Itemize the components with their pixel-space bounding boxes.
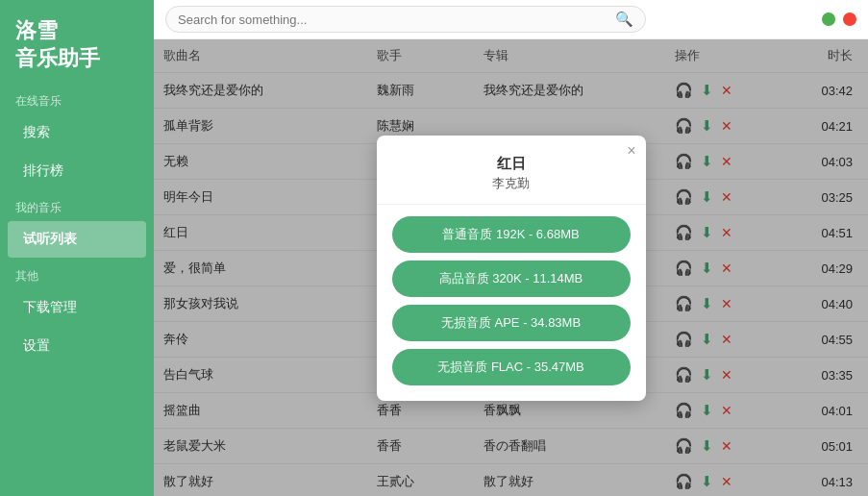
modal-close-button[interactable]: × [627, 143, 635, 159]
window-controls [822, 12, 856, 26]
modal-header: 红日 李克勤 [377, 136, 646, 205]
app-title: 洛雪音乐助手 [0, 0, 154, 84]
online-music-section-label: 在线音乐 [0, 84, 154, 113]
sidebar-item-settings[interactable]: 设置 [8, 328, 146, 364]
modal-options: 普通音质 192K - 6.68MB 高品音质 320K - 11.14MB 无… [377, 205, 646, 385]
search-icon: 🔍 [615, 11, 633, 28]
search-box[interactable]: 🔍 [165, 6, 646, 33]
minimize-button[interactable] [822, 12, 835, 26]
other-section-label: 其他 [0, 259, 154, 288]
sidebar: 洛雪音乐助手 在线音乐 搜索 排行榜 我的音乐 试听列表 其他 下载管理 设置 [0, 0, 154, 496]
modal-title: 红日 [392, 155, 631, 173]
download-quality-modal: 红日 李克勤 × 普通音质 192K - 6.68MB 高品音质 320K - … [377, 136, 646, 401]
close-button[interactable] [843, 12, 856, 26]
search-input[interactable] [178, 12, 615, 27]
modal-overlay[interactable]: 红日 李克勤 × 普通音质 192K - 6.68MB 高品音质 320K - … [154, 39, 868, 496]
quality-normal-button[interactable]: 普通音质 192K - 6.68MB [392, 216, 631, 253]
sidebar-item-search[interactable]: 搜索 [8, 114, 146, 151]
sidebar-item-download[interactable]: 下载管理 [8, 289, 146, 326]
header: 🔍 [154, 0, 868, 39]
sidebar-item-charts[interactable]: 排行榜 [8, 153, 146, 189]
quality-lossless-flac-button[interactable]: 无损音质 FLAC - 35.47MB [392, 349, 631, 385]
modal-subtitle: 李克勤 [392, 175, 631, 192]
main-content: 🔍 歌曲名 歌手 专辑 操作 时长 我终究还是爱你的 魏新雨 我终究还是爱你的 [154, 0, 868, 496]
my-music-section-label: 我的音乐 [0, 190, 154, 220]
table-container: 歌曲名 歌手 专辑 操作 时长 我终究还是爱你的 魏新雨 我终究还是爱你的 🎧 … [154, 39, 868, 496]
quality-lossless-ape-button[interactable]: 无损音质 APE - 34.83MB [392, 305, 631, 341]
sidebar-item-audition[interactable]: 试听列表 [8, 221, 146, 258]
quality-high-button[interactable]: 高品音质 320K - 11.14MB [392, 260, 631, 297]
